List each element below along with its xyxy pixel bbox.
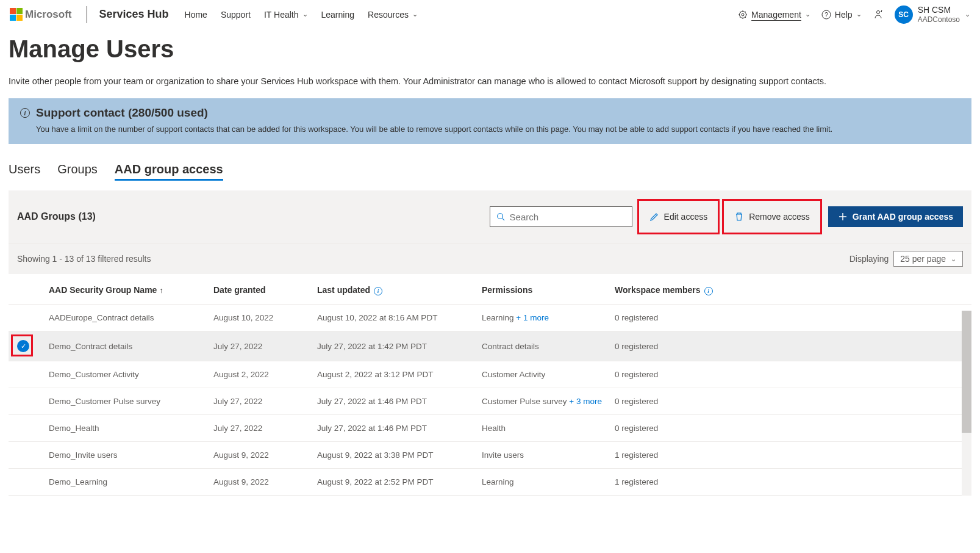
chevron-down-icon: ⌄ — [856, 10, 862, 18]
table-row[interactable]: Demo_Invite usersAugust 9, 2022August 9,… — [9, 442, 971, 469]
microsoft-logo[interactable]: Microsoft — [10, 8, 72, 21]
table-row[interactable]: Demo_LearningAugust 9, 2022August 9, 202… — [9, 469, 971, 496]
divider — [87, 6, 87, 23]
nav-home[interactable]: Home — [185, 10, 207, 20]
aad-groups-title: AAD Groups (13) — [17, 211, 96, 222]
row-checkbox[interactable]: ✓ — [17, 340, 49, 352]
search-input[interactable] — [510, 212, 626, 222]
cell-name: Demo_Health — [49, 424, 213, 433]
per-page-select[interactable]: 25 per page ⌄ — [893, 251, 963, 267]
svg-point-1 — [742, 13, 744, 16]
cell-updated: July 27, 2022 at 1:42 PM PDT — [317, 342, 482, 351]
logo-icon — [10, 8, 23, 21]
banner-body: You have a limit on the number of suppor… — [20, 125, 960, 134]
support-contact-banner: i Support contact (280/500 used) You hav… — [9, 98, 971, 144]
nav-learning[interactable]: Learning — [321, 10, 355, 20]
column-date[interactable]: Date granted — [213, 285, 317, 295]
chevron-down-icon: ⌄ — [951, 255, 956, 263]
table-row[interactable]: ✓Demo_Contract detailsJuly 27, 2022July … — [9, 331, 971, 361]
cell-members: 0 registered — [615, 342, 963, 351]
cell-name: Demo_Customer Activity — [49, 370, 213, 379]
services-hub-brand[interactable]: Services Hub — [99, 8, 169, 21]
highlight-remove-access: Remove access — [722, 199, 822, 234]
top-header: Microsoft Services Hub Home Support IT H… — [0, 0, 980, 29]
column-permissions[interactable]: Permissions — [482, 285, 615, 295]
banner-title: Support contact (280/500 used) — [36, 106, 208, 120]
search-icon — [496, 212, 505, 222]
table-row[interactable]: Demo_Customer Pulse surveyJuly 27, 2022J… — [9, 388, 971, 415]
grant-aad-group-access-button[interactable]: Grant AAD group access — [828, 206, 963, 227]
microsoft-label: Microsoft — [25, 9, 72, 21]
cell-members: 0 registered — [615, 424, 963, 433]
cell-name: Demo_Invite users — [49, 450, 213, 460]
edit-access-button[interactable]: Edit access — [641, 206, 717, 227]
account-org: AADContoso — [918, 15, 960, 24]
info-icon: i — [20, 108, 30, 118]
nav-it-health[interactable]: IT Health⌄ — [264, 10, 308, 20]
chevron-down-icon: ⌄ — [302, 10, 308, 18]
cell-name: Demo_Contract details — [49, 342, 213, 351]
cell-updated: August 10, 2022 at 8:16 AM PDT — [317, 313, 482, 322]
cell-updated: July 27, 2022 at 1:46 PM PDT — [317, 424, 482, 433]
table-row[interactable]: AADEurope_Contract detailsAugust 10, 202… — [9, 305, 971, 331]
more-permissions-link[interactable]: + 3 more — [569, 397, 602, 406]
cell-updated: August 9, 2022 at 3:38 PM PDT — [317, 450, 482, 460]
nav-support[interactable]: Support — [221, 10, 251, 20]
tab-groups[interactable]: Groups — [57, 162, 98, 181]
cell-members: 1 registered — [615, 477, 963, 486]
cell-permissions: Invite users — [482, 450, 615, 460]
cell-name: AADEurope_Contract details — [49, 313, 213, 322]
table-header: AAD Security Group Name↑ Date granted La… — [9, 274, 971, 305]
help-icon: ? — [821, 10, 831, 20]
management-menu[interactable]: Management ⌄ — [738, 10, 810, 20]
cell-date: July 27, 2022 — [213, 397, 317, 406]
tab-users[interactable]: Users — [9, 162, 40, 181]
cell-members: 0 registered — [615, 313, 963, 322]
right-nav: Management ⌄ ? Help ⌄ SC SH CSM AADConto… — [738, 5, 970, 24]
account-menu[interactable]: SC SH CSM AADContoso ⌄ — [895, 5, 970, 24]
cell-permissions: Learning — [482, 477, 615, 486]
help-menu[interactable]: ? Help ⌄ — [821, 10, 862, 20]
cell-date: July 27, 2022 — [213, 342, 317, 351]
cell-permissions: Learning + 1 more — [482, 313, 615, 322]
cell-name: Demo_Learning — [49, 477, 213, 486]
results-bar: Showing 1 - 13 of 13 filtered results Di… — [9, 243, 971, 274]
avatar: SC — [895, 5, 913, 24]
cell-updated: August 2, 2022 at 3:12 PM PDT — [317, 370, 482, 379]
svg-line-6 — [502, 219, 504, 221]
table-row[interactable]: Demo_Customer ActivityAugust 2, 2022Augu… — [9, 361, 971, 388]
notifications-button[interactable] — [873, 9, 884, 20]
pencil-icon — [649, 212, 659, 222]
column-name[interactable]: AAD Security Group Name↑ — [49, 285, 213, 295]
cell-date: July 27, 2022 — [213, 424, 317, 433]
cell-date: August 2, 2022 — [213, 370, 317, 379]
aad-groups-table: AAD Security Group Name↑ Date granted La… — [9, 274, 971, 496]
page-title: Manage Users — [9, 35, 971, 63]
page-intro: Invite other people from your team or or… — [9, 76, 971, 86]
cell-date: August 9, 2022 — [213, 477, 317, 486]
person-icon — [873, 9, 884, 20]
cell-members: 1 registered — [615, 450, 963, 460]
cell-date: August 10, 2022 — [213, 313, 317, 322]
remove-access-button[interactable]: Remove access — [726, 206, 818, 227]
cell-members: 0 registered — [615, 370, 963, 379]
displaying-label: Displaying — [849, 254, 889, 264]
scrollbar[interactable] — [962, 311, 971, 496]
cell-permissions: Customer Pulse survey + 3 more — [482, 397, 615, 406]
chevron-down-icon: ⌄ — [805, 10, 810, 18]
search-box[interactable] — [490, 206, 632, 227]
trash-icon — [734, 212, 744, 222]
column-updated[interactable]: Last updatedi — [317, 285, 482, 295]
toolbar: AAD Groups (13) Edit access Remove acces… — [9, 190, 971, 243]
table-row[interactable]: Demo_HealthJuly 27, 2022July 27, 2022 at… — [9, 415, 971, 442]
cell-date: August 9, 2022 — [213, 450, 317, 460]
tab-aad-group-access[interactable]: AAD group access — [115, 162, 223, 181]
cell-updated: July 27, 2022 at 1:46 PM PDT — [317, 397, 482, 406]
top-nav: Home Support IT Health⌄ Learning Resourc… — [185, 10, 418, 20]
results-showing: Showing 1 - 13 of 13 filtered results — [17, 254, 151, 264]
nav-resources[interactable]: Resources⌄ — [368, 10, 418, 20]
more-permissions-link[interactable]: + 1 more — [516, 313, 549, 322]
svg-point-5 — [497, 214, 503, 219]
column-members[interactable]: Workspace membersi — [615, 285, 963, 295]
cell-permissions: Health — [482, 424, 615, 433]
